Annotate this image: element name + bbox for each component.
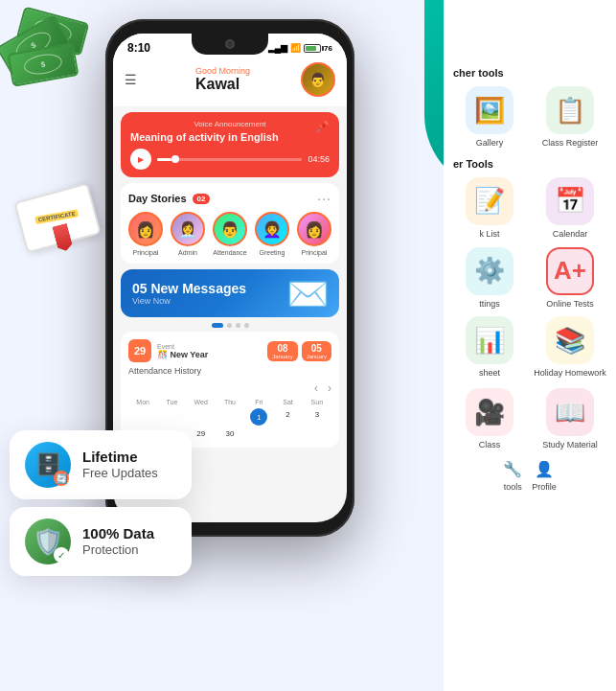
story-item-1[interactable]: 👩 Principal	[128, 212, 163, 256]
cal-nav: ‹ ›	[128, 381, 331, 395]
study-material-icon: 📖	[546, 388, 594, 436]
story-avatar-1: 👩	[128, 212, 163, 246]
cert-ribbon	[52, 223, 74, 253]
voice-announcement-card: Voice Announcement 📌 Meaning of activity…	[121, 112, 339, 177]
story-avatar-3: 👨	[213, 212, 247, 246]
task-list-icon: 📝	[466, 177, 513, 225]
dot-1	[212, 323, 223, 328]
nav-profile[interactable]: 👤 Profile	[532, 460, 557, 493]
user-avatar[interactable]: 👨	[301, 62, 335, 97]
carousel-dots	[113, 323, 347, 328]
battery-icon	[304, 44, 321, 53]
audio-player[interactable]: ▶ 04:56	[130, 149, 330, 170]
calendar-icon: 📅	[546, 177, 594, 225]
calendar-tool-label: Calendar	[553, 229, 588, 240]
study-material-label: Study Material	[542, 440, 598, 450]
cal-cell-empty-6: -	[273, 427, 302, 440]
tools-nav-icon: 🔧	[503, 460, 522, 478]
story-item-5[interactable]: 👩 Principal	[297, 212, 331, 256]
data-protection-badge: 🛡️ ✓ 100% Data Protection	[10, 507, 192, 576]
stories-options[interactable]: ···	[317, 191, 331, 206]
audio-duration: 04:56	[308, 154, 330, 164]
battery-percent: 76	[324, 44, 332, 53]
tool-gallery[interactable]: 🖼️ Gallery	[453, 86, 526, 149]
tool-study-material[interactable]: 📖 Study Material	[534, 388, 606, 450]
pin-icon: 📌	[315, 120, 330, 133]
cal-date-chip-2: 05 January	[302, 341, 331, 361]
profile-nav-label: Profile	[532, 482, 557, 493]
header-greeting: Good Morning	[195, 66, 250, 76]
other-tools-title: er Tools	[453, 158, 606, 170]
story-avatar-4: 👩‍🦱	[255, 212, 289, 246]
story-label-4: Greeting	[260, 249, 285, 256]
tool-online-tests[interactable]: A+ Online Tests	[534, 247, 606, 310]
cal-next-btn[interactable]: ›	[328, 381, 331, 395]
cal-day-fri: Fri	[244, 399, 273, 405]
gallery-label: Gallery	[476, 138, 504, 149]
cal-dates-right: 08 January 05 January	[267, 341, 331, 361]
nav-tools[interactable]: 🔧 tools	[503, 460, 522, 493]
stories-row: 👩 Principal 👩‍💼 Admin 👨 Attendance 👩‍🦱 G…	[128, 212, 331, 256]
lifetime-icon-circle: 🗄️ 🔄	[25, 442, 71, 488]
marksheet-label: sheet	[479, 368, 500, 379]
story-item-2[interactable]: 👩‍💼 Admin	[171, 212, 205, 256]
lifetime-text: Lifetime Free Updates	[82, 449, 158, 480]
tool-live-class[interactable]: 🎥 Class	[453, 388, 526, 450]
cal-cell-empty-1: -	[128, 408, 157, 426]
cal-chip-day-1: 08	[272, 343, 292, 354]
tools-nav-label: tools	[504, 482, 522, 493]
data-icon-circle: 🛡️ ✓	[25, 518, 71, 564]
meetings-label: ttings	[479, 299, 500, 310]
cal-event-name: 🎊 New Year	[157, 350, 208, 359]
teacher-tools-title: cher tools	[453, 67, 606, 79]
lifetime-title: Lifetime	[82, 449, 158, 466]
story-avatar-2: 👩‍💼	[171, 212, 205, 246]
calendar-event-row: 29 Event 🎊 New Year 08 January 05	[128, 339, 331, 362]
audio-progress-bar[interactable]	[157, 158, 302, 161]
cal-cell-2[interactable]: 2	[273, 408, 302, 426]
cal-cell-30[interactable]: 30	[216, 427, 244, 440]
tool-calendar[interactable]: 📅 Calendar	[534, 177, 606, 240]
tool-meetings[interactable]: ⚙️ ttings	[453, 247, 526, 310]
tool-class-register[interactable]: 📋 Class Register	[534, 86, 606, 149]
tool-holiday-homework[interactable]: 📚 Holiday Homework	[534, 316, 606, 379]
stories-title-row: Day Stories 02	[128, 193, 210, 204]
attendance-history-label: Attendance History	[128, 366, 331, 376]
holiday-homework-label: Holiday Homework	[534, 368, 606, 379]
story-avatar-5: 👩	[297, 212, 331, 246]
cal-event-date: 29	[128, 339, 151, 362]
hamburger-menu[interactable]: ☰	[125, 72, 137, 87]
header-name: Kawal	[195, 76, 250, 93]
data-protection-title: 100% Data	[82, 526, 154, 542]
signal-icon: ▂▄▆	[268, 43, 287, 53]
stories-header: Day Stories 02 ···	[128, 191, 331, 206]
story-item-3[interactable]: 👨 Attendance	[213, 212, 247, 256]
online-tests-icon: A+	[546, 247, 594, 295]
cal-grid: - - - - 1 2 3	[128, 408, 331, 426]
dot-3	[236, 323, 240, 328]
class-register-label: Class Register	[542, 138, 599, 149]
story-item-4[interactable]: 👩‍🦱 Greeting	[255, 212, 289, 256]
meetings-icon: ⚙️	[466, 247, 513, 295]
cal-cell-29[interactable]: 29	[187, 427, 216, 440]
cal-cell-1[interactable]: 1	[250, 408, 267, 426]
cal-cell-3[interactable]: 3	[303, 408, 331, 426]
dot-4	[244, 323, 249, 328]
gallery-icon: 🖼️	[466, 86, 513, 134]
audio-scrubber[interactable]	[171, 155, 179, 163]
audio-progress-fill	[157, 158, 171, 161]
status-icons: ▂▄▆ 📶 76	[268, 43, 332, 53]
tool-marksheet[interactable]: 📊 sheet	[453, 316, 526, 379]
lifetime-subtitle: Free Updates	[82, 466, 158, 480]
cal-prev-btn[interactable]: ‹	[314, 381, 318, 395]
cal-cell-empty-2: -	[157, 408, 186, 426]
play-button[interactable]: ▶	[130, 149, 151, 170]
cal-cell-empty-4: -	[216, 408, 244, 426]
tool-task-list[interactable]: 📝 k List	[453, 177, 526, 240]
messages-card[interactable]: 05 New Messages View Now ✉️	[121, 269, 339, 317]
cal-date-chip-1: 08 January	[267, 341, 297, 361]
stories-title: Day Stories	[128, 193, 187, 204]
right-panel: cher tools 🖼️ Gallery 📋 Class Register e…	[444, 0, 616, 691]
cal-day-thu: Thu	[216, 399, 244, 405]
other-tools-grid: 📝 k List 📅 Calendar ⚙️ ttings A+ Online …	[453, 177, 606, 379]
